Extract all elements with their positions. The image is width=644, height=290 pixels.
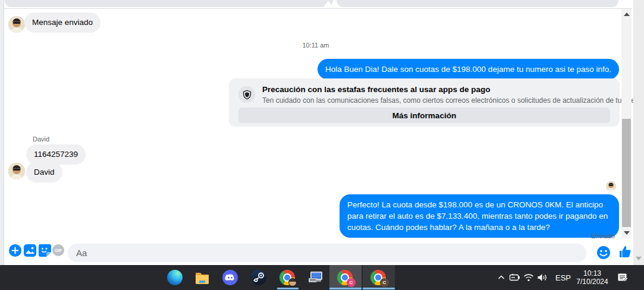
outgoing-message-2: Perfecto! La cuota desde $198.000 es de …	[340, 194, 619, 238]
header-divider	[0, 8, 632, 9]
scroll-down-icon[interactable]	[624, 231, 630, 235]
scroll-up-icon[interactable]	[624, 12, 630, 16]
composer: GIF	[5, 241, 644, 265]
running-indicator	[329, 288, 362, 289]
clock[interactable]: 10:13 7/10/2024	[574, 265, 610, 290]
tray-chevron-up-icon[interactable]	[497, 265, 505, 290]
outgoing-message-1: Hola Buen Dia! Dale son cuotas de $198.0…	[318, 59, 619, 80]
person-sunglasses-icon	[8, 16, 25, 33]
cutoff-card-left	[5, 0, 333, 7]
warning-title: Precaución con las estafas frecuentes al…	[262, 85, 490, 94]
scrollbar-thumb[interactable]	[622, 119, 631, 227]
thumbs-up-icon[interactable]	[618, 245, 632, 259]
emoji-icon[interactable]	[596, 245, 611, 260]
profile-badge	[288, 278, 297, 286]
plus-icon[interactable]	[9, 244, 21, 257]
delivery-status: Enviado	[591, 232, 615, 239]
chat-window: Mensaje enviado 10:11 am Hola Buen Dia! …	[0, 0, 644, 265]
sticker-icon[interactable]	[39, 244, 51, 257]
payment-warning-card: Precaución con las estafas frecuentes al…	[229, 78, 620, 127]
discord-icon[interactable]	[222, 270, 238, 285]
profile-badge: C	[347, 278, 356, 287]
scroll-down-icon[interactable]	[636, 257, 642, 260]
chrome-brown-profile-tab[interactable]: C	[363, 265, 395, 290]
edge-icon[interactable]	[167, 270, 183, 285]
running-indicator	[363, 288, 395, 289]
windows-taskbar: C C ESP 10:13 7/10/2	[0, 265, 644, 290]
chrome-icon: C	[337, 270, 353, 285]
chrome-icon[interactable]	[279, 270, 295, 285]
incoming-message-phone: 1164257239	[26, 144, 86, 165]
tray-date: 7/10/2024	[576, 278, 608, 286]
sidebar-edge	[0, 0, 4, 265]
incoming-message-name: David	[26, 162, 62, 182]
tray-wifi-icon[interactable]	[523, 265, 534, 290]
tray-time: 10:13	[583, 269, 601, 278]
page-scrollbar[interactable]	[633, 0, 644, 265]
steam-icon[interactable]	[251, 270, 266, 285]
file-explorer-icon[interactable]	[194, 270, 210, 285]
status-note-bubble: Mensaje enviado	[24, 12, 100, 33]
tray-speaker-icon[interactable]	[537, 265, 548, 290]
tray-battery-icon[interactable]	[508, 265, 520, 290]
warning-body: Ten cuidado con las comunicaciones falsa…	[262, 96, 644, 105]
seen-receipt-avatar	[606, 181, 616, 191]
contact-avatar[interactable]	[8, 163, 25, 179]
cutoff-card-right	[337, 0, 618, 7]
remote-desktop-icon[interactable]	[308, 270, 323, 285]
more-info-button[interactable]: Más información	[238, 108, 610, 123]
gif-icon[interactable]: GIF	[52, 244, 64, 256]
shield-icon	[238, 86, 255, 103]
contact-name-label: David	[33, 135, 49, 143]
action-center-icon[interactable]	[617, 265, 628, 290]
profile-badge: C	[380, 278, 389, 287]
chat-scrollbar[interactable]	[621, 9, 632, 238]
chrome-pink-profile-tab[interactable]: C	[329, 265, 362, 290]
contact-avatar[interactable]	[8, 16, 25, 33]
tooltip-notch	[323, 1, 334, 8]
image-icon[interactable]	[24, 244, 36, 257]
message-input[interactable]	[68, 244, 586, 262]
person-sunglasses-icon	[8, 163, 25, 179]
timestamp: 10:11 am	[0, 42, 632, 49]
language-indicator[interactable]: ESP	[555, 265, 571, 290]
running-indicator	[277, 288, 299, 289]
chrome-icon: C	[370, 270, 386, 285]
